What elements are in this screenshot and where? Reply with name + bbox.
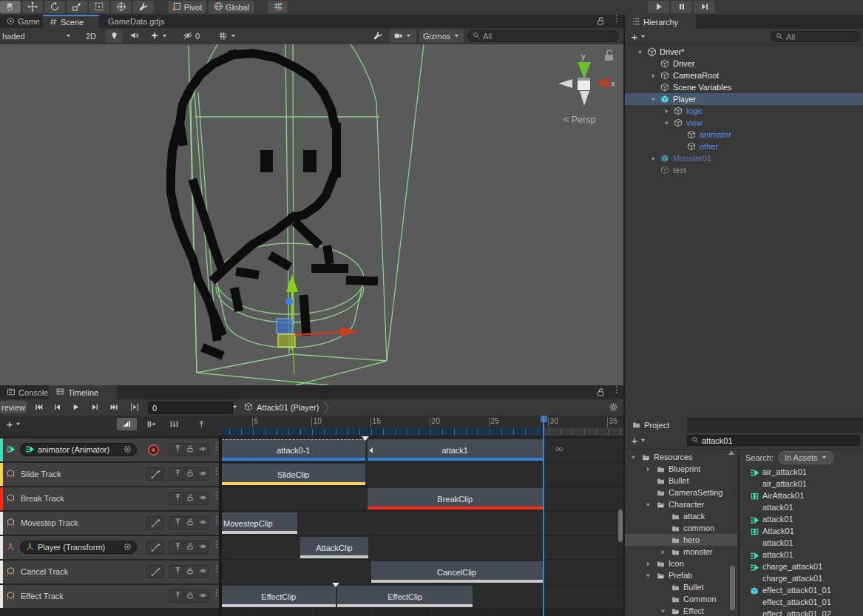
timeline-unlock-icon[interactable]	[596, 387, 605, 399]
project-folder-effect[interactable]: Effect	[625, 605, 737, 616]
hierarchy-item-player[interactable]: Player	[625, 93, 863, 105]
search-scope-dropdown[interactable]: In Assets	[778, 451, 834, 464]
project-add-button[interactable]: +	[627, 434, 651, 447]
hierarchy-item-test[interactable]: test	[625, 164, 863, 176]
expand-arrow-closed[interactable]	[645, 560, 652, 567]
tab-gamedata[interactable]: GameData.gdjs	[101, 15, 175, 28]
timeline-breadcrumb[interactable]: Attack01 (Player)	[244, 401, 330, 414]
project-folder-icon[interactable]: Icon	[625, 558, 737, 569]
transform-tool-button[interactable]	[111, 1, 132, 13]
goto-start-button[interactable]	[30, 401, 47, 413]
tab-game[interactable]: Game	[0, 15, 41, 28]
search-result-attack01[interactable]: attack01	[740, 549, 863, 561]
scene-visibility-button[interactable]: 0	[179, 30, 210, 43]
clip-breakclip[interactable]: BreakClip	[368, 488, 543, 510]
search-result-attack01[interactable]: attack01	[740, 538, 863, 549]
persp-label[interactable]: < Persp	[564, 115, 595, 125]
2d-toggle-button[interactable]: 2D	[81, 30, 101, 43]
mix-mode-button[interactable]	[117, 418, 137, 430]
clip-movestepclip[interactable]: MovestepClip	[222, 512, 297, 534]
add-track-button[interactable]: +	[2, 418, 26, 430]
search-result-charge_attack01[interactable]: charge_attack01	[740, 561, 863, 573]
frame-number-field[interactable]: 0	[148, 402, 233, 414]
project-folder-camerasetting[interactable]: CameraSetting	[625, 487, 737, 498]
clip-attack1[interactable]: attack1	[368, 439, 543, 461]
project-folder-attack[interactable]: attack	[625, 510, 737, 522]
tree-scrollbar[interactable]	[730, 566, 735, 610]
marker-toggle-button[interactable]	[192, 418, 211, 430]
draw-mode-dropdown[interactable]: haded	[0, 30, 75, 43]
hierarchy-item-cameraroot[interactable]: CameraRoot	[625, 70, 863, 81]
replace-mode-button[interactable]	[164, 418, 184, 430]
scene-menu-kebab[interactable]: ⋮	[612, 17, 621, 21]
search-result-air_attack01[interactable]: air_attack01	[740, 467, 863, 478]
scene-audio-button[interactable]	[126, 30, 143, 43]
clip-attackclip[interactable]: AttackClip	[300, 537, 369, 558]
tab-timeline[interactable]: Timeline	[49, 385, 117, 399]
frame-field-dropdown[interactable]	[229, 401, 240, 413]
hierarchy-search-input[interactable]: All	[771, 31, 861, 42]
hierarchy-item-other[interactable]: other	[625, 141, 863, 152]
search-result-attack01[interactable]: attack01	[740, 502, 863, 514]
project-folder-hero[interactable]: hero	[625, 534, 737, 546]
timeline-settings-gear[interactable]	[605, 401, 621, 413]
timeline-play-button[interactable]	[67, 401, 84, 413]
project-folder-blueprint[interactable]: Blueprint	[625, 463, 737, 475]
step-button[interactable]	[694, 1, 715, 13]
timeline-menu-kebab[interactable]: ⋮	[612, 388, 621, 392]
scene-unlock-icon[interactable]	[596, 16, 605, 27]
search-result-airattack01[interactable]: AirAttack01	[740, 490, 863, 502]
project-folder-common[interactable]: common	[625, 522, 737, 534]
timeline-scrollbar[interactable]	[618, 510, 623, 542]
preview-button[interactable]: review	[0, 401, 27, 413]
hierarchy-item-driver-[interactable]: Driver*	[625, 46, 863, 58]
ripple-mode-button[interactable]	[141, 418, 161, 430]
clip-attack0-1[interactable]: attack0-1	[222, 439, 365, 461]
hierarchy-add-button[interactable]: +	[627, 30, 651, 43]
timeline-ruler[interactable]: 5101520253035	[222, 416, 623, 436]
scene-camera-dropdown[interactable]	[390, 30, 416, 43]
play-button[interactable]	[648, 1, 669, 13]
search-result-air_attack01[interactable]: air_attack01	[740, 478, 863, 490]
expand-arrow-open[interactable]	[645, 572, 652, 579]
hierarchy-item-scene-variables[interactable]: Scene Variables	[625, 81, 863, 93]
hierarchy-item-logic[interactable]: logic	[625, 105, 863, 117]
tree-scroll-up-arrow[interactable]	[728, 450, 734, 455]
scene-lighting-button[interactable]	[105, 30, 123, 43]
next-frame-button[interactable]	[86, 401, 104, 413]
gizmo-plane-xy[interactable]	[277, 319, 293, 334]
tab-console[interactable]: Console	[0, 385, 47, 399]
project-folder-bullet[interactable]: Bullet	[625, 475, 737, 487]
grid-visual-dropdown[interactable]: y	[214, 30, 247, 43]
hierarchy-item-driver[interactable]: Driver	[625, 58, 863, 70]
scene-effects-dropdown[interactable]	[146, 30, 175, 43]
search-result-attack01[interactable]: Attack01	[740, 526, 863, 538]
snap-settings-button[interactable]	[268, 1, 288, 13]
expand-arrow-open[interactable]	[660, 607, 667, 615]
search-result-effect_attack01_01[interactable]: effect_attack01_01	[740, 585, 863, 597]
pause-button[interactable]	[671, 1, 692, 13]
tab-hierarchy[interactable]: Hierarchy	[625, 15, 696, 29]
scale-tool-button[interactable]	[67, 1, 87, 13]
expand-arrow-open[interactable]	[637, 48, 644, 55]
search-result-effect_attack01_01[interactable]: effect_attack01_01	[740, 597, 863, 609]
scene-search-input[interactable]: All	[467, 30, 619, 42]
custom-tool-button[interactable]	[133, 1, 154, 13]
search-result-attack01[interactable]: attack01	[740, 514, 863, 526]
gizmos-dropdown[interactable]: Gizmos	[419, 30, 464, 43]
search-result-effect_attack01_02[interactable]: effect_attack01_02	[740, 609, 863, 616]
expand-arrow-closed[interactable]	[650, 155, 657, 162]
expand-arrow-open[interactable]	[663, 119, 671, 126]
gizmo-z-dot[interactable]	[285, 298, 293, 305]
project-search-input[interactable]: attack01	[687, 435, 860, 446]
expand-arrow-closed[interactable]	[660, 548, 667, 555]
project-folder-resources[interactable]: Resources	[625, 451, 737, 463]
expand-arrow-open[interactable]	[650, 95, 657, 103]
global-toggle-button[interactable]: Global	[209, 1, 254, 13]
hierarchy-item-monster01[interactable]: Monster01	[625, 152, 863, 164]
track-lane[interactable]	[222, 536, 623, 559]
expand-arrow-open[interactable]	[645, 501, 652, 508]
pivot-toggle-button[interactable]: Pivot	[168, 1, 206, 13]
clip-slideclip[interactable]: SlideClip	[222, 464, 365, 485]
project-folder-prefab[interactable]: Prefab	[625, 569, 737, 581]
